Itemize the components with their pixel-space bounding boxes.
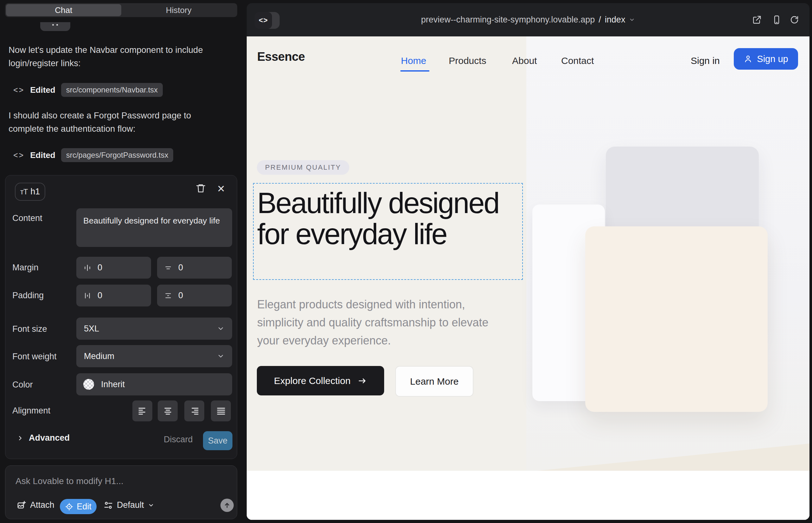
chevron-right-icon	[17, 435, 24, 441]
padding-x-field[interactable]	[76, 285, 151, 306]
target-icon	[65, 502, 73, 511]
attach-label: Attach	[30, 500, 54, 510]
font-size-label: Font size	[12, 324, 47, 334]
ellipsis-dots	[52, 24, 54, 26]
align-center-button[interactable]	[158, 400, 178, 421]
padding-x-input[interactable]	[97, 290, 127, 301]
padding-y-field[interactable]	[157, 285, 232, 306]
align-right-button[interactable]	[184, 400, 204, 421]
chat-history-tabbar: Chat History	[5, 3, 237, 17]
code-icon: <>	[13, 86, 24, 95]
next-section-background	[247, 471, 810, 520]
tab-history[interactable]: History	[121, 4, 236, 16]
margin-y-icon	[164, 264, 172, 272]
chat-message: Now let's update the Navbar component to…	[8, 43, 227, 70]
premium-quality-badge: PREMIUM QUALITY	[257, 160, 349, 175]
file-badge[interactable]: src/components/Navbar.tsx	[61, 83, 163, 97]
advanced-toggle[interactable]: Advanced	[17, 433, 70, 443]
content-label: Content	[12, 213, 42, 223]
align-center-icon	[163, 406, 173, 416]
edited-label: Edited	[30, 85, 55, 95]
preview-url-bar[interactable]: preview--charming-site-symphony.lovable.…	[247, 3, 810, 36]
padding-x-icon	[83, 292, 91, 300]
chat-message: I should also create a Forgot Password p…	[8, 109, 227, 136]
advanced-label: Advanced	[29, 433, 70, 443]
active-nav-underline	[400, 70, 429, 72]
color-field[interactable]: Inherit	[76, 373, 232, 395]
edited-label: Edited	[30, 150, 55, 160]
nav-link-contact[interactable]: Contact	[561, 55, 594, 66]
padding-y-input[interactable]	[178, 290, 208, 301]
sign-in-link[interactable]: Sign in	[691, 55, 720, 66]
arrow-up-icon	[223, 502, 231, 509]
hero-subtext: Elegant products designed with intention…	[257, 295, 504, 349]
open-in-new-tab-icon[interactable]	[752, 15, 762, 25]
chevron-down-icon	[217, 325, 225, 332]
margin-x-field[interactable]	[76, 257, 151, 278]
sliders-icon	[104, 501, 113, 510]
composer-input[interactable]	[15, 474, 222, 488]
color-swatch	[83, 379, 94, 390]
content-input[interactable]: Beautifully designed for everyday life	[76, 208, 232, 247]
hero-headline[interactable]: Beautifully designed for everyday life	[257, 187, 523, 250]
nav-link-home[interactable]: Home	[401, 55, 426, 66]
color-label: Color	[12, 380, 33, 390]
font-weight-label: Font weight	[12, 352, 57, 362]
font-weight-select[interactable]: Medium	[76, 345, 232, 367]
edit-label: Edit	[77, 502, 91, 511]
refresh-icon[interactable]	[790, 15, 799, 25]
nav-link-products[interactable]: Products	[449, 55, 486, 66]
margin-y-field[interactable]	[157, 257, 232, 278]
preview-pane: <> preview--charming-site-symphony.lovab…	[247, 3, 810, 520]
default-mode-button[interactable]: Default	[102, 500, 156, 510]
site-logo[interactable]: Essence	[257, 50, 305, 64]
align-right-icon	[190, 406, 199, 416]
code-icon: <>	[13, 151, 24, 160]
save-button[interactable]: Save	[203, 431, 232, 450]
element-tag-pill: тT h1	[15, 183, 45, 201]
sign-up-button[interactable]: Sign up	[734, 48, 798, 70]
font-size-value: 5XL	[84, 324, 99, 334]
element-tag: h1	[30, 187, 40, 197]
file-badge[interactable]: src/pages/ForgotPassword.tsx	[61, 148, 174, 162]
font-size-select[interactable]: 5XL	[76, 318, 232, 340]
send-button[interactable]	[220, 499, 234, 512]
preview-url: preview--charming-site-symphony.lovable.…	[421, 15, 595, 25]
learn-more-button[interactable]: Learn More	[395, 366, 474, 397]
preview-path: index	[605, 15, 625, 25]
element-editor-panel: тT h1 ✕ Content Beautifully designed for…	[5, 175, 237, 459]
margin-label: Margin	[12, 263, 39, 273]
margin-x-input[interactable]	[97, 263, 127, 273]
trash-icon[interactable]	[195, 183, 206, 194]
align-justify-button[interactable]	[211, 400, 231, 421]
explore-collection-button[interactable]: Explore Collection	[257, 366, 384, 395]
edited-file-row: <> Edited src/components/Navbar.tsx	[13, 83, 163, 97]
padding-y-icon	[164, 292, 172, 300]
edit-mode-button[interactable]: Edit	[60, 499, 96, 514]
attach-button[interactable]: Attach	[15, 500, 56, 510]
mobile-view-icon[interactable]	[772, 15, 782, 25]
nav-link-about[interactable]: About	[512, 55, 537, 66]
default-label: Default	[117, 500, 144, 510]
close-icon[interactable]: ✕	[217, 183, 225, 195]
explore-collection-label: Explore Collection	[274, 376, 351, 386]
padding-label: Padding	[12, 291, 44, 301]
image-plus-icon	[17, 501, 26, 510]
chevron-down-icon	[148, 502, 154, 508]
align-left-icon	[138, 406, 147, 416]
color-value: Inherit	[101, 380, 125, 390]
scrolled-message-fragment	[40, 22, 70, 31]
decorative-card-beige	[585, 227, 768, 412]
edited-file-row: <> Edited src/pages/ForgotPassword.tsx	[13, 148, 173, 162]
align-justify-icon	[216, 406, 226, 416]
font-weight-value: Medium	[84, 351, 114, 361]
margin-x-icon	[83, 264, 91, 272]
margin-y-input[interactable]	[178, 263, 208, 273]
type-icon: тT	[20, 187, 28, 196]
sign-up-label: Sign up	[757, 54, 788, 64]
tab-chat[interactable]: Chat	[6, 4, 121, 16]
chevron-down-icon	[629, 17, 635, 23]
user-icon	[744, 54, 753, 63]
discard-button[interactable]: Discard	[162, 434, 195, 445]
align-left-button[interactable]	[133, 400, 152, 421]
